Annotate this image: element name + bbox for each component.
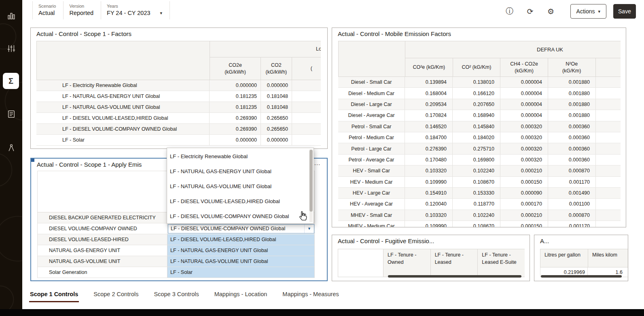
data-cell[interactable]: 0.000320 <box>500 155 548 165</box>
data-cell[interactable]: 0.169800 <box>453 155 500 165</box>
data-cell[interactable]: 0.168004 <box>405 88 453 98</box>
data-cell[interactable]: 0.265650 <box>261 113 292 123</box>
chevron-down-icon[interactable]: ▾ <box>160 11 163 16</box>
dropdown-option[interactable]: LF - Electricity Renewable Global <box>167 149 314 164</box>
pov-scenario[interactable]: Scenario Actual <box>32 1 64 19</box>
data-cell[interactable]: 0.275710 <box>453 143 500 154</box>
tab-mappings-measures[interactable]: Mappings - Measures <box>282 288 339 301</box>
data-cell[interactable]: LF - NATURAL GAS-VOLUME UNIT Global <box>167 256 314 267</box>
data-cell[interactable]: 0.108670 <box>453 221 500 227</box>
dropdown-option[interactable]: LF - NATURAL GAS-ENERGY UNIT Global <box>167 164 314 179</box>
data-cell[interactable]: 0.001100 <box>548 199 596 209</box>
data-cell[interactable] <box>596 221 621 227</box>
data-cell[interactable]: 0.168940 <box>453 110 500 121</box>
tab-scope-2-controls[interactable]: Scope 2 Controls <box>93 288 139 301</box>
data-cell[interactable]: 0.001880 <box>548 88 596 98</box>
save-button[interactable]: Save <box>613 4 636 19</box>
data-cell[interactable]: 0.184020 <box>453 132 500 143</box>
data-cell[interactable] <box>292 113 321 123</box>
data-cell[interactable]: 0.001170 <box>548 221 596 227</box>
data-cell[interactable]: 0.000000 <box>261 80 292 91</box>
refresh-icon[interactable]: ⟳ <box>526 7 535 16</box>
data-cell[interactable]: 0.000004 <box>500 110 548 121</box>
data-cell[interactable]: 0.000870 <box>548 165 596 176</box>
data-cell[interactable]: 0.000170 <box>500 199 548 209</box>
data-cell[interactable]: 0.207650 <box>453 99 500 110</box>
data-cell[interactable] <box>596 210 621 221</box>
data-cell[interactable] <box>596 99 621 110</box>
data-cell[interactable]: 0.153330 <box>453 188 500 198</box>
data-cell[interactable]: 0.118770 <box>453 199 500 209</box>
data-cell[interactable]: 0.000320 <box>500 132 548 143</box>
data-cell[interactable]: 0.000210 <box>500 165 548 176</box>
data-cell[interactable] <box>292 91 321 102</box>
dropdown-option[interactable]: LF - NATURAL GAS-VOLUME UNIT Global <box>167 179 314 194</box>
sigma-forms-icon[interactable]: Σ <box>3 73 19 89</box>
data-cell[interactable]: 0.000360 <box>548 121 596 132</box>
data-cell[interactable]: 0.000000 <box>210 135 261 145</box>
data-cell[interactable]: 0.170480 <box>405 155 453 165</box>
pov-version[interactable]: Version Reported <box>64 1 101 19</box>
data-cell[interactable]: 0.145840 <box>453 121 500 132</box>
data-cell[interactable]: 0.001490 <box>548 188 596 198</box>
data-cell[interactable] <box>292 80 321 91</box>
data-cell[interactable]: 0.181235 <box>210 102 261 112</box>
bar-chart-icon[interactable] <box>0 8 22 24</box>
data-cell[interactable]: 0.103320 <box>405 165 453 176</box>
data-cell[interactable] <box>596 110 621 121</box>
data-cell[interactable] <box>292 124 321 134</box>
data-cell[interactable]: 0.103320 <box>405 210 453 221</box>
data-cell[interactable]: 0.000150 <box>500 177 548 187</box>
sliders-icon[interactable] <box>0 40 22 57</box>
data-cell[interactable]: 0.146520 <box>405 121 453 132</box>
data-cell[interactable]: 0.181048 <box>261 91 292 102</box>
combobox-caret-icon[interactable]: ▼ <box>304 225 314 233</box>
tab-mappings-location[interactable]: Mappings - Location <box>214 288 268 301</box>
data-cell[interactable]: 0.265650 <box>261 124 292 134</box>
info-icon[interactable]: ⓘ <box>505 6 514 17</box>
data-cell[interactable]: 0.166120 <box>453 88 500 98</box>
data-cell[interactable] <box>596 143 621 154</box>
data-cell[interactable]: 0.001880 <box>548 77 596 87</box>
horizontal-scrollbar[interactable] <box>541 275 622 278</box>
data-cell[interactable] <box>596 188 621 198</box>
data-cell[interactable]: 0.108670 <box>453 177 500 187</box>
dropdown-option[interactable]: LF - DIESEL VOLUME-LEASED,HIRED Global <box>167 194 314 209</box>
data-cell[interactable]: 0.000320 <box>500 121 548 132</box>
actions-button[interactable]: Actions ▾ <box>570 4 606 19</box>
dropdown-scrollbar-thumb[interactable] <box>309 150 313 212</box>
data-cell[interactable]: 0.184700 <box>405 132 453 143</box>
panel-menu-icon[interactable]: … <box>314 159 321 167</box>
data-cell[interactable]: LF - DIESEL VOLUME-LEASED,HIRED Global <box>167 234 314 245</box>
data-cell[interactable]: 0.102240 <box>453 210 500 221</box>
data-cell[interactable]: 0.139894 <box>405 77 453 87</box>
data-cell[interactable]: 0.000004 <box>500 77 548 87</box>
data-cell[interactable]: LF - NATURAL GAS-ENERGY UNIT Global <box>167 245 314 256</box>
data-cell[interactable]: 0.120040 <box>405 199 453 209</box>
report-icon[interactable] <box>0 106 22 122</box>
horizontal-scrollbar[interactable] <box>388 275 521 278</box>
data-cell[interactable]: 0.000360 <box>548 132 596 143</box>
emission-factor-combobox[interactable]: LF - DIESEL VOLUME-COMPANY OWNED Global … <box>168 224 314 233</box>
data-cell[interactable]: 0.000870 <box>548 210 596 221</box>
tab-scope-3-controls[interactable]: Scope 3 Controls <box>153 288 199 301</box>
data-cell[interactable]: 0.000090 <box>500 188 548 198</box>
data-cell[interactable] <box>596 165 621 176</box>
dropdown-option[interactable]: LF - DIESEL VOLUME-COMPANY OWNED Global <box>167 209 314 224</box>
data-cell[interactable] <box>596 88 621 98</box>
data-cell[interactable]: 0.000360 <box>548 143 596 154</box>
data-cell[interactable]: 0.001170 <box>548 177 596 187</box>
compass-icon[interactable] <box>0 140 22 156</box>
data-cell[interactable]: 0.138010 <box>453 77 500 87</box>
data-cell[interactable]: 0.209534 <box>405 99 453 110</box>
data-cell[interactable]: 0.269390 <box>210 113 261 123</box>
tab-scope-1-controls[interactable]: Scope 1 Controls <box>29 288 79 302</box>
data-cell[interactable] <box>292 102 321 112</box>
data-cell[interactable]: 0.000004 <box>500 99 548 110</box>
data-cell[interactable]: 0.181048 <box>261 102 292 112</box>
data-cell[interactable]: 0.000360 <box>548 155 596 165</box>
data-cell[interactable]: 0.000000 <box>261 135 292 145</box>
data-cell[interactable] <box>596 155 621 165</box>
data-cell[interactable] <box>596 121 621 132</box>
data-cell[interactable]: 0.000210 <box>500 210 548 221</box>
